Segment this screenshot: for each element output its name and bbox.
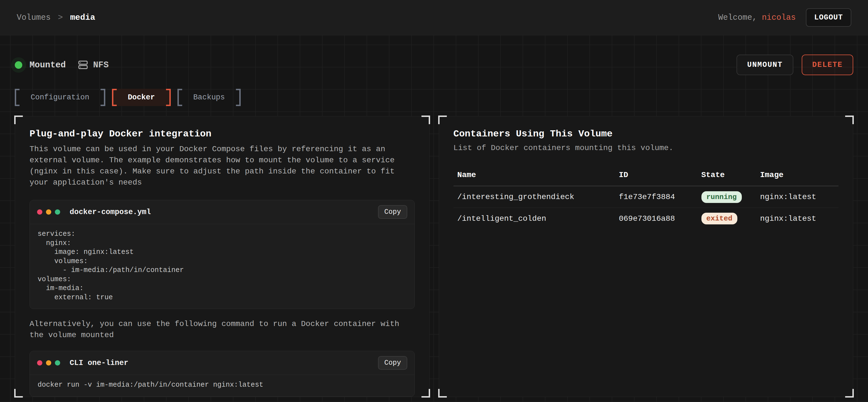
green-dot-icon (55, 209, 60, 215)
compose-filename: docker-compose.yml (70, 208, 378, 216)
tab-configuration-label: Configuration (20, 89, 100, 106)
container-id: f1e73e7f3884 (615, 193, 698, 201)
bracket-left-icon (15, 89, 20, 106)
docker-panel-description: This volume can be used in your Docker C… (30, 144, 415, 188)
bracket-right-icon (100, 89, 105, 106)
panel-corner-icon (14, 389, 23, 398)
chevron-right-icon: > (58, 13, 63, 22)
panel-corner-icon (845, 115, 854, 124)
container-image: nginx:latest (756, 214, 839, 223)
delete-button[interactable]: DELETE (802, 55, 853, 75)
panel-corner-icon (438, 115, 447, 124)
containers-panel: Containers Using This Volume List of Doc… (439, 116, 854, 397)
main-content: Mounted NFS UNMOUNT DELETE Configuration (0, 55, 868, 397)
unmount-button[interactable]: UNMOUNT (737, 55, 793, 75)
bracket-left-icon (178, 89, 182, 106)
amber-dot-icon (46, 360, 51, 366)
containers-panel-subtitle: List of Docker containers mounting this … (454, 144, 839, 152)
volume-actions: UNMOUNT DELETE (737, 55, 853, 75)
compose-code-text: services: nginx: image: nginx:latest vol… (38, 230, 407, 302)
topbar-right: Welcome, nicolas LOGOUT (718, 8, 851, 27)
cli-code-header: CLI one-liner Copy (30, 351, 414, 375)
docker-integration-panel: Plug-and-play Docker integration This vo… (15, 116, 430, 397)
panel-corner-icon (14, 115, 23, 124)
breadcrumb-current-volume: media (70, 13, 95, 22)
tab-docker[interactable]: Docker (112, 89, 171, 106)
server-icon (78, 60, 88, 70)
mounted-status-label: Mounted (30, 60, 66, 70)
header-state: State (698, 171, 756, 179)
table-row: /intelligent_colden 069e73016a88 exited … (454, 208, 839, 229)
container-image: nginx:latest (756, 193, 839, 201)
volume-status: Mounted NFS (15, 60, 108, 70)
container-name: /intelligent_colden (454, 214, 615, 223)
container-name: /interesting_grothendieck (454, 193, 615, 201)
window-dots-icon (37, 360, 60, 366)
breadcrumb: Volumes > media (17, 13, 95, 22)
panel-corner-icon (422, 115, 430, 124)
containers-panel-title: Containers Using This Volume (454, 129, 839, 139)
header-name: Name (454, 171, 615, 179)
breadcrumb-volumes-link[interactable]: Volumes (17, 13, 51, 22)
panel-corner-icon (422, 389, 430, 398)
header-image: Image (756, 171, 839, 179)
panel-corner-icon (438, 389, 447, 398)
containers-table-header: Name ID State Image (454, 164, 839, 186)
compose-code-block: docker-compose.yml Copy services: nginx:… (30, 200, 415, 309)
cli-intro-text: Alternatively, you can use the following… (30, 319, 415, 341)
table-row: /interesting_grothendieck f1e73e7f3884 r… (454, 186, 839, 208)
tab-backups[interactable]: Backups (178, 89, 241, 106)
cli-copy-button[interactable]: Copy (378, 356, 407, 370)
tab-configuration[interactable]: Configuration (15, 89, 105, 106)
panel-corner-icon (845, 389, 854, 398)
welcome-text: Welcome, nicolas (718, 13, 796, 22)
compose-copy-button[interactable]: Copy (378, 205, 407, 219)
cli-code-block: CLI one-liner Copy docker run -v im-medi… (30, 351, 415, 397)
green-dot-icon (55, 360, 60, 366)
header-id: ID (615, 171, 698, 179)
top-bar: Volumes > media Welcome, nicolas LOGOUT (0, 0, 868, 35)
status-badge: running (702, 191, 742, 203)
containers-table: Name ID State Image /interesting_grothen… (454, 164, 839, 229)
container-id: 069e73016a88 (615, 214, 698, 223)
panels-row: Plug-and-play Docker integration This vo… (15, 116, 853, 397)
mounted-status-dot (15, 61, 22, 69)
red-dot-icon (37, 360, 42, 366)
bracket-right-icon (236, 89, 241, 106)
amber-dot-icon (46, 209, 51, 215)
cli-title: CLI one-liner (70, 359, 378, 367)
bracket-left-icon (112, 89, 117, 106)
compose-code-body: services: nginx: image: nginx:latest vol… (30, 224, 414, 309)
tab-docker-label: Docker (117, 89, 166, 106)
window-dots-icon (37, 209, 60, 215)
docker-panel-title: Plug-and-play Docker integration (30, 129, 415, 139)
welcome-prefix: Welcome, (718, 13, 762, 22)
red-dot-icon (37, 209, 42, 215)
driver-type-label: NFS (93, 60, 108, 70)
username: nicolas (762, 13, 796, 22)
cli-code-text: docker run -v im-media:/path/in/containe… (38, 380, 407, 390)
status-badge: exited (702, 213, 738, 224)
tab-bar: Configuration Docker Backups (15, 89, 853, 106)
volume-status-row: Mounted NFS UNMOUNT DELETE (15, 55, 853, 75)
bracket-right-icon (166, 89, 171, 106)
cli-code-body: docker run -v im-media:/path/in/containe… (30, 375, 414, 396)
logout-button[interactable]: LOGOUT (806, 8, 851, 27)
compose-code-header: docker-compose.yml Copy (30, 200, 414, 224)
tab-backups-label: Backups (182, 89, 236, 106)
